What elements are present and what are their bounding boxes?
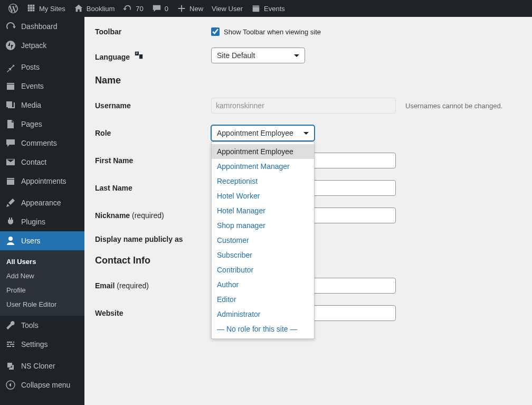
sidebar-item-tools[interactable]: Tools <box>0 316 84 335</box>
email-label: Email (required) <box>95 281 211 290</box>
sidebar-label: Tools <box>21 321 39 329</box>
sidebar-item-media[interactable]: Media <box>0 96 84 115</box>
role-option[interactable]: Receptionist <box>212 174 314 189</box>
role-option[interactable]: Author <box>212 277 314 292</box>
calendar-icon <box>5 176 16 186</box>
brush-icon <box>5 197 16 208</box>
my-sites-label: My Sites <box>39 5 65 13</box>
sidebar-item-posts[interactable]: Posts <box>0 58 84 77</box>
plugin-icon <box>5 216 16 227</box>
sidebar-label: Appearance <box>21 199 61 207</box>
sidebar-item-events[interactable]: Events <box>0 77 84 96</box>
calendar-icon <box>251 4 261 13</box>
user-icon <box>5 236 16 246</box>
firstname-label: First Name <box>95 156 211 165</box>
username-label: Username <box>95 101 211 110</box>
sidebar-item-comments[interactable]: Comments <box>0 134 84 153</box>
role-option[interactable]: Hotel Worker <box>212 189 314 203</box>
admin-sidebar: Dashboard Jetpack Posts Events Media Pag… <box>0 17 84 405</box>
view-user-label: View User <box>212 5 243 13</box>
events-label: Events <box>264 5 285 13</box>
role-option[interactable]: Subscriber <box>212 248 314 262</box>
sidebar-item-plugins[interactable]: Plugins <box>0 212 84 231</box>
submenu-profile[interactable]: Profile <box>0 283 84 297</box>
lastname-label: Last Name <box>95 184 211 192</box>
sidebar-label: Comments <box>21 139 57 147</box>
users-submenu: All Users Add New Profile User Role Edit… <box>0 250 84 316</box>
comments-count: 0 <box>165 5 168 13</box>
main-content: Toolbar Show Toolbar when viewing site L… <box>84 17 532 405</box>
wrench-icon <box>5 320 16 331</box>
username-input <box>211 98 396 114</box>
sidebar-item-jetpack[interactable]: Jetpack <box>0 36 84 55</box>
role-dropdown: Appointment Employee Appointment Manager… <box>211 142 315 339</box>
role-option[interactable]: Hotel Manager <box>212 203 314 218</box>
sidebar-item-users[interactable]: Users <box>0 231 84 250</box>
sidebar-item-pages[interactable]: Pages <box>0 115 84 134</box>
sidebar-item-settings[interactable]: Settings <box>0 335 84 354</box>
role-option[interactable]: Administrator <box>212 307 314 322</box>
nickname-label-text: Nickname <box>95 211 130 220</box>
admin-bar: My Sites Booklium 70 0 New View User Eve… <box>0 0 532 17</box>
toolbar-checkbox[interactable] <box>211 27 220 36</box>
updates-link[interactable]: 70 <box>119 0 147 17</box>
site-link[interactable]: Booklium <box>70 0 119 17</box>
sidebar-label: Media <box>21 101 41 109</box>
sidebar-label: NS Cloner <box>21 362 55 370</box>
role-select-wrap: Appointment Employee Appointment Employe… <box>211 125 315 141</box>
my-sites-link[interactable]: My Sites <box>22 0 70 17</box>
new-label: New <box>189 5 203 13</box>
row-username: Username Usernames cannot be changed. <box>95 98 521 114</box>
submenu-all-users[interactable]: All Users <box>0 255 84 269</box>
role-option[interactable]: Shop manager <box>212 218 314 233</box>
sidebar-label: Appointments <box>21 177 66 185</box>
comment-icon <box>152 4 162 13</box>
wp-logo[interactable] <box>4 0 22 17</box>
role-option[interactable]: Appointment Manager <box>212 159 314 174</box>
sidebar-item-appointments[interactable]: Appointments <box>0 172 84 191</box>
new-content-link[interactable]: New <box>173 0 207 17</box>
language-label: Language <box>95 50 211 61</box>
sites-icon <box>26 4 36 13</box>
sidebar-label: Settings <box>21 340 48 349</box>
translate-icon <box>134 50 144 60</box>
role-option[interactable]: Appointment Employee <box>212 144 314 159</box>
email-label-text: Email <box>95 281 115 290</box>
update-icon <box>123 4 132 13</box>
sidebar-item-collapse[interactable]: Collapse menu <box>0 375 84 394</box>
events-link[interactable]: Events <box>247 0 289 17</box>
calendar-icon <box>5 81 16 91</box>
submenu-role-editor[interactable]: User Role Editor <box>0 297 84 312</box>
wordpress-icon <box>8 4 18 13</box>
comments-link[interactable]: 0 <box>148 0 173 17</box>
sidebar-label: Dashboard <box>21 22 58 31</box>
website-label: Website <box>95 309 211 317</box>
jetpack-icon <box>5 40 16 51</box>
sidebar-label: Contact <box>21 158 46 166</box>
displayname-label: Display name publicly as <box>95 235 211 243</box>
nickname-required: (required) <box>132 211 164 220</box>
nickname-label: Nickname (required) <box>95 211 211 220</box>
role-option[interactable]: Contributor <box>212 262 314 277</box>
pin-icon <box>5 62 16 72</box>
sidebar-label: Posts <box>21 63 40 71</box>
sidebar-label: Pages <box>21 120 42 128</box>
sidebar-item-contact[interactable]: Contact <box>0 153 84 172</box>
role-select[interactable]: Appointment Employee <box>211 125 315 141</box>
sidebar-item-dashboard[interactable]: Dashboard <box>0 17 84 36</box>
language-select[interactable]: Site Default <box>211 48 305 63</box>
sidebar-item-nscloner[interactable]: NS Cloner <box>0 356 84 375</box>
toolbar-checkbox-wrap[interactable]: Show Toolbar when viewing site <box>211 27 321 36</box>
submenu-add-new[interactable]: Add New <box>0 269 84 283</box>
language-label-text: Language <box>95 53 130 61</box>
view-user-link[interactable]: View User <box>207 0 247 17</box>
sidebar-item-appearance[interactable]: Appearance <box>0 193 84 212</box>
role-label: Role <box>95 129 211 137</box>
sidebar-label: Jetpack <box>21 41 46 50</box>
row-role: Role Appointment Employee Appointment Em… <box>95 125 521 141</box>
clone-icon <box>5 361 16 371</box>
username-description: Usernames cannot be changed. <box>405 102 502 110</box>
role-option[interactable]: Editor <box>212 292 314 307</box>
role-option[interactable]: Customer <box>212 233 314 248</box>
role-option[interactable]: — No role for this site — <box>212 322 314 336</box>
